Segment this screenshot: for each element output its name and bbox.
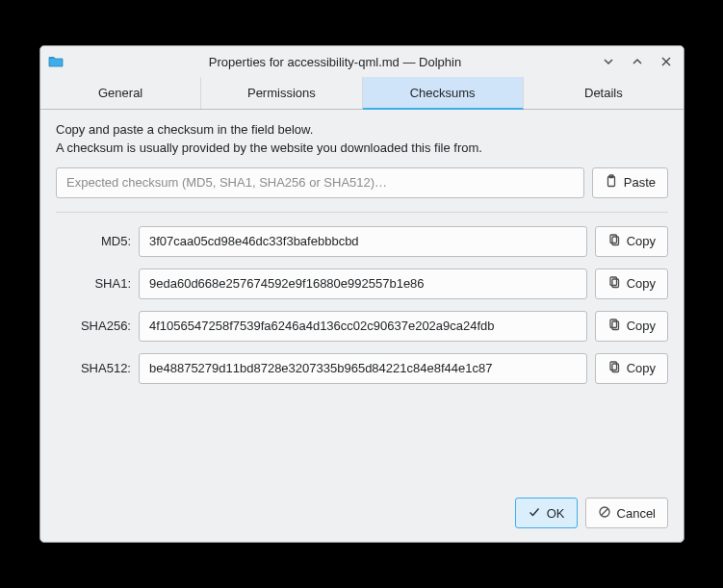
- instructions-line-2: A checksum is usually provided by the we…: [56, 140, 668, 158]
- maximize-button[interactable]: [628, 52, 647, 71]
- tab-bar: General Permissions Checksums Details: [40, 77, 684, 110]
- instructions: Copy and paste a checksum in the field b…: [56, 121, 668, 158]
- sha256-value[interactable]: [139, 311, 587, 342]
- expected-checksum-input[interactable]: [56, 167, 584, 198]
- svg-rect-5: [612, 237, 619, 245]
- sha512-value[interactable]: [139, 353, 587, 384]
- cancel-button[interactable]: Cancel: [585, 498, 668, 528]
- md5-copy-button[interactable]: Copy: [595, 226, 668, 257]
- copy-label: Copy: [627, 361, 656, 375]
- tab-permissions[interactable]: Permissions: [201, 77, 362, 109]
- svg-rect-6: [610, 277, 617, 286]
- sha1-copy-button[interactable]: Copy: [595, 268, 668, 299]
- sha512-label: SHA512:: [56, 361, 131, 375]
- paste-label: Paste: [624, 175, 656, 190]
- folder-icon: [48, 54, 64, 69]
- hash-grid: MD5: Copy SHA1: Copy SHA256:: [56, 226, 668, 384]
- tab-content: Copy and paste a checksum in the field b…: [40, 110, 684, 488]
- sha256-label: SHA256:: [56, 319, 131, 333]
- sha512-copy-button[interactable]: Copy: [595, 353, 668, 384]
- svg-rect-8: [610, 320, 617, 328]
- copy-icon: [607, 318, 621, 334]
- cancel-icon: [598, 505, 611, 522]
- copy-icon: [607, 233, 621, 249]
- svg-rect-11: [612, 364, 619, 372]
- instructions-line-1: Copy and paste a checksum in the field b…: [56, 121, 668, 140]
- svg-line-13: [601, 508, 607, 515]
- sha256-copy-button[interactable]: Copy: [595, 311, 668, 342]
- properties-dialog: Properties for accessibility-qml.md — Do…: [39, 45, 684, 543]
- svg-rect-4: [610, 235, 617, 243]
- copy-label: Copy: [627, 276, 656, 291]
- close-button[interactable]: [657, 52, 676, 71]
- copy-icon: [607, 275, 621, 292]
- dialog-footer: OK Cancel: [40, 488, 684, 542]
- window-title: Properties for accessibility-qml.md — Do…: [71, 55, 599, 69]
- copy-icon: [607, 360, 621, 376]
- ok-button[interactable]: OK: [515, 498, 578, 528]
- svg-rect-7: [612, 279, 619, 288]
- tab-details[interactable]: Details: [524, 77, 684, 109]
- svg-rect-10: [610, 362, 617, 371]
- tab-general[interactable]: General: [40, 77, 201, 109]
- expected-checksum-row: Paste: [56, 167, 668, 198]
- tab-checksums[interactable]: Checksums: [363, 77, 524, 110]
- ok-label: OK: [547, 506, 565, 521]
- md5-value[interactable]: [139, 226, 587, 257]
- paste-button[interactable]: Paste: [592, 167, 668, 198]
- md5-label: MD5:: [56, 234, 131, 248]
- check-icon: [528, 505, 541, 522]
- sha1-label: SHA1:: [56, 276, 131, 291]
- window-controls: [599, 52, 676, 71]
- copy-label: Copy: [627, 234, 656, 248]
- minimize-button[interactable]: [599, 52, 618, 71]
- sha1-value[interactable]: [139, 268, 587, 299]
- cancel-label: Cancel: [617, 506, 656, 521]
- separator: [56, 212, 668, 213]
- clipboard-icon: [605, 174, 618, 191]
- copy-label: Copy: [627, 319, 656, 333]
- titlebar: Properties for accessibility-qml.md — Do…: [40, 46, 684, 77]
- svg-rect-9: [612, 321, 619, 330]
